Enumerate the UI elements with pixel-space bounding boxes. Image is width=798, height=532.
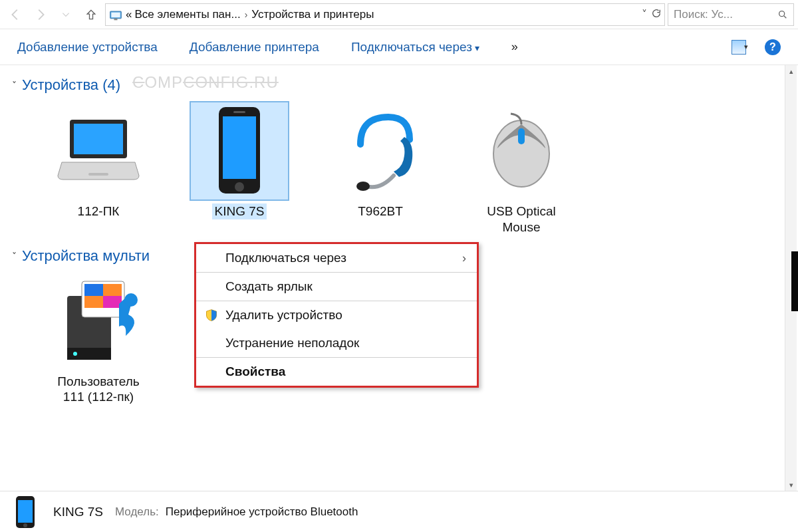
search-icon[interactable] (777, 9, 788, 20)
content-area: ˅ Устройства (4) COMPCONFIG.RU 112-ПК (0, 65, 798, 491)
address-bar: « Все элементы пан... › Устройства и при… (0, 0, 798, 29)
svg-rect-19 (84, 284, 103, 296)
breadcrumb-box[interactable]: « Все элементы пан... › Устройства и при… (105, 3, 665, 26)
device-media-server[interactable]: Пользователь 111 (112-пк) (39, 271, 158, 406)
svg-point-3 (779, 11, 785, 16)
refresh-icon[interactable] (651, 8, 662, 21)
scroll-up-icon[interactable]: ▴ (785, 65, 797, 77)
scroll-down-icon[interactable]: ▾ (785, 479, 797, 491)
ctx-create-shortcut[interactable]: Создать ярлык (196, 273, 477, 301)
svg-rect-8 (223, 116, 256, 179)
ctx-connect-via[interactable]: Подключаться через › (196, 244, 477, 272)
side-stub (791, 251, 798, 311)
back-button[interactable] (4, 3, 27, 26)
crumb-1[interactable]: Все элементы пан... (134, 8, 240, 21)
chevron-down-icon[interactable]: ˅ (12, 80, 17, 90)
ctx-item-label: Устранение неполадок (225, 336, 359, 350)
help-icon[interactable]: ? (765, 39, 781, 55)
status-thumbnail-phone-icon (9, 496, 41, 528)
group-header-devices[interactable]: ˅ Устройства (4) COMPCONFIG.RU (12, 76, 786, 94)
add-device-link[interactable]: Добавление устройства (17, 40, 158, 55)
svg-point-9 (235, 182, 244, 192)
connect-via-link[interactable]: Подключаться через (351, 40, 479, 55)
svg-rect-20 (103, 296, 122, 308)
svg-rect-1 (111, 12, 120, 17)
mouse-icon (471, 101, 571, 201)
status-model-label: Модель: (115, 505, 159, 519)
ctx-properties[interactable]: Свойства (196, 358, 477, 386)
toolbar: Добавление устройства Добавление принтер… (0, 29, 798, 65)
media-server-icon (49, 271, 148, 371)
up-button[interactable] (80, 3, 102, 26)
device-label: KING 7S (212, 203, 267, 219)
svg-point-16 (73, 352, 77, 356)
crumb-prefix: « (126, 8, 132, 21)
ctx-item-label: Удалить устройство (225, 308, 342, 323)
search-input[interactable]: Поиск: Ус... (668, 3, 794, 26)
device-headset[interactable]: T962BT (321, 101, 440, 235)
device-label: T962BT (358, 203, 403, 219)
control-panel-icon (108, 7, 123, 22)
svg-rect-10 (233, 111, 245, 113)
ctx-troubleshoot[interactable]: Устранение неполадок (196, 329, 477, 357)
chevron-down-icon[interactable]: ˅ (12, 251, 17, 261)
recent-dropdown[interactable] (55, 3, 77, 26)
address-dropdown-icon[interactable]: ˅ (642, 8, 647, 21)
forward-button[interactable] (29, 3, 52, 26)
device-mouse[interactable]: USB Optical Mouse (462, 101, 581, 235)
svg-point-24 (23, 523, 27, 527)
svg-rect-2 (114, 18, 118, 20)
watermark-text: COMPCONFIG.RU (132, 73, 279, 92)
device-label: 112-ПК (78, 203, 120, 219)
svg-rect-23 (18, 500, 33, 523)
context-menu: Подключаться через › Создать ярлык Удали… (194, 242, 479, 388)
headset-icon (331, 101, 430, 201)
svg-rect-6 (88, 173, 108, 176)
device-label: USB Optical Mouse (487, 203, 555, 235)
device-laptop[interactable]: 112-ПК (39, 101, 158, 235)
status-title: KING 7S (53, 505, 103, 519)
device-label: Пользователь 111 (112-пк) (57, 374, 139, 406)
toolbar-overflow[interactable]: » (511, 40, 518, 54)
svg-rect-5 (74, 124, 123, 154)
view-mode-button[interactable] (732, 40, 746, 55)
add-printer-link[interactable]: Добавление принтера (190, 40, 319, 55)
laptop-icon (49, 101, 148, 201)
shield-icon (204, 308, 219, 323)
chevron-right-icon[interactable]: › (243, 9, 249, 20)
submenu-arrow-icon: › (462, 251, 466, 265)
status-model-value: Периферийное устройство Bluetooth (166, 505, 358, 519)
ctx-item-label: Свойства (225, 364, 285, 379)
device-phone[interactable]: KING 7S (180, 101, 299, 235)
ctx-item-label: Создать ярлык (225, 279, 313, 294)
phone-icon (190, 101, 289, 201)
search-placeholder: Поиск: Ус... (674, 8, 733, 21)
ctx-remove-device[interactable]: Удалить устройство (196, 301, 477, 329)
devices-row: 112-ПК KING 7S (12, 97, 786, 235)
ctx-item-label: Подключаться через (225, 251, 346, 265)
group-label-multimedia: Устройства мульти (22, 247, 150, 265)
svg-rect-13 (518, 128, 525, 144)
crumb-2[interactable]: Устройства и принтеры (251, 8, 374, 21)
address-actions: ˅ (642, 8, 662, 21)
group-label-devices: Устройства (4) (22, 76, 120, 94)
svg-point-21 (124, 293, 138, 307)
svg-point-11 (356, 182, 370, 191)
status-bar: KING 7S Модель: Периферийное устройство … (0, 491, 798, 532)
